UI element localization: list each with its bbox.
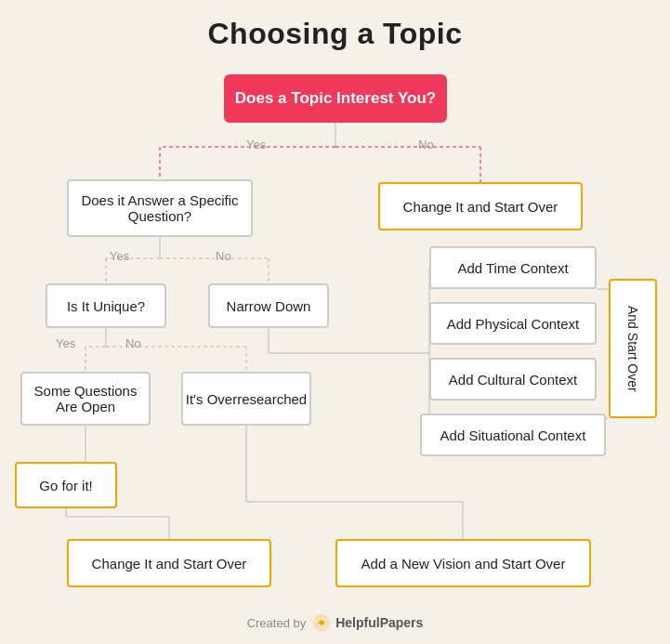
unique-box: Is It Unique? bbox=[46, 283, 166, 328]
change1-box: Change It and Start Over bbox=[378, 182, 583, 230]
situational-box: Add Situational Context bbox=[420, 414, 606, 456]
label-no1: No bbox=[418, 138, 434, 151]
brand-name: HelpfulPapers bbox=[335, 615, 423, 630]
label-yes2: Yes bbox=[110, 249, 129, 263]
somequestions-box: Some Questions Are Open bbox=[20, 372, 151, 426]
page: Choosing a Topic bbox=[0, 0, 670, 644]
cultural-box: Add Cultural Context bbox=[429, 358, 597, 401]
goit-box: Go for it! bbox=[15, 462, 117, 508]
brand-logo: HelpfulPapers bbox=[311, 612, 423, 633]
brand-icon bbox=[311, 612, 332, 633]
newvision-box: Add a New Vision and Start Over bbox=[335, 539, 591, 587]
narrow-box: Narrow Down bbox=[208, 283, 329, 328]
label-no3: No bbox=[125, 336, 141, 350]
start-box: Does a Topic Interest You? bbox=[224, 74, 447, 123]
page-title: Choosing a Topic bbox=[0, 0, 670, 51]
time-box: Add Time Context bbox=[429, 246, 597, 289]
label-yes3: Yes bbox=[56, 336, 75, 350]
physical-box: Add Physical Context bbox=[429, 302, 597, 345]
overresearched-box: It's Overresearched bbox=[181, 372, 311, 426]
question1-box: Does it Answer a Specific Question? bbox=[67, 179, 253, 237]
andstartover-box: And Start Over bbox=[609, 279, 657, 418]
change2-box: Change It and Start Over bbox=[67, 539, 271, 587]
created-label: Created by bbox=[247, 616, 307, 630]
footer: Created by HelpfulPapers bbox=[0, 612, 670, 633]
label-no2: No bbox=[216, 249, 231, 263]
label-yes1: Yes bbox=[246, 138, 266, 151]
